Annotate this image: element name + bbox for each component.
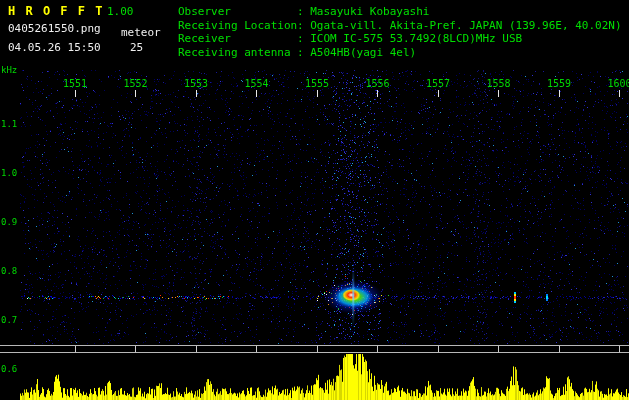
freq-label-0.7: 0.7 <box>1 316 17 326</box>
info-value: : Masayuki Kobayashi <box>297 5 429 18</box>
info-value: : Ogata-vill. Akita-Pref. JAPAN (139.96E… <box>297 19 622 32</box>
meteor-count: 25 <box>130 42 143 54</box>
info-label: Receiving antenna <box>178 46 297 60</box>
app-version: 1.00 <box>107 6 134 18</box>
freq-label-1.0: 1.0 <box>1 169 17 179</box>
time-label-1555: 1555 <box>302 78 332 89</box>
time-label-1557: 1557 <box>423 78 453 89</box>
spectrogram-canvas <box>0 0 629 400</box>
info-row-3: Receiving antenna: A504HB(yagi 4el) <box>178 46 622 60</box>
app-title: H R O F F T <box>8 5 104 18</box>
info-row-0: Observer: Masayuki Kobayashi <box>178 5 622 19</box>
observer-info: Observer: Masayuki KobayashiReceiving Lo… <box>178 5 622 59</box>
meteor-mode-label: meteor <box>121 27 161 39</box>
freq-unit-label: kHz <box>1 66 17 76</box>
info-row-1: Receiving Location: Ogata-vill. Akita-Pr… <box>178 19 622 33</box>
datetime: 04.05.26 15:50 <box>8 42 101 54</box>
info-label: Receiving Location <box>178 19 297 33</box>
time-label-1558: 1558 <box>484 78 514 89</box>
freq-label-0.9: 0.9 <box>1 218 17 228</box>
filename: 0405261550.png <box>8 23 101 35</box>
time-label-1553: 1553 <box>181 78 211 89</box>
freq-label-0.6: 0.6 <box>1 365 17 375</box>
freq-label-1.1: 1.1 <box>1 120 17 130</box>
info-value: : ICOM IC-575 53.7492(8LCD)MHz USB <box>297 32 522 45</box>
info-label: Observer <box>178 5 297 19</box>
freq-label-0.8: 0.8 <box>1 267 17 277</box>
time-label-1554: 1554 <box>242 78 272 89</box>
info-row-2: Receiver: ICOM IC-575 53.7492(8LCD)MHz U… <box>178 32 622 46</box>
info-value: : A504HB(yagi 4el) <box>297 46 416 59</box>
time-label-1552: 1552 <box>121 78 151 89</box>
hrofft-window: H R O F F T 1.00 0405261550.png meteor 0… <box>0 0 629 400</box>
info-label: Receiver <box>178 32 297 46</box>
time-label-1600: 1600 <box>605 78 629 89</box>
time-label-1556: 1556 <box>363 78 393 89</box>
time-label-1551: 1551 <box>60 78 90 89</box>
time-label-1559: 1559 <box>544 78 574 89</box>
